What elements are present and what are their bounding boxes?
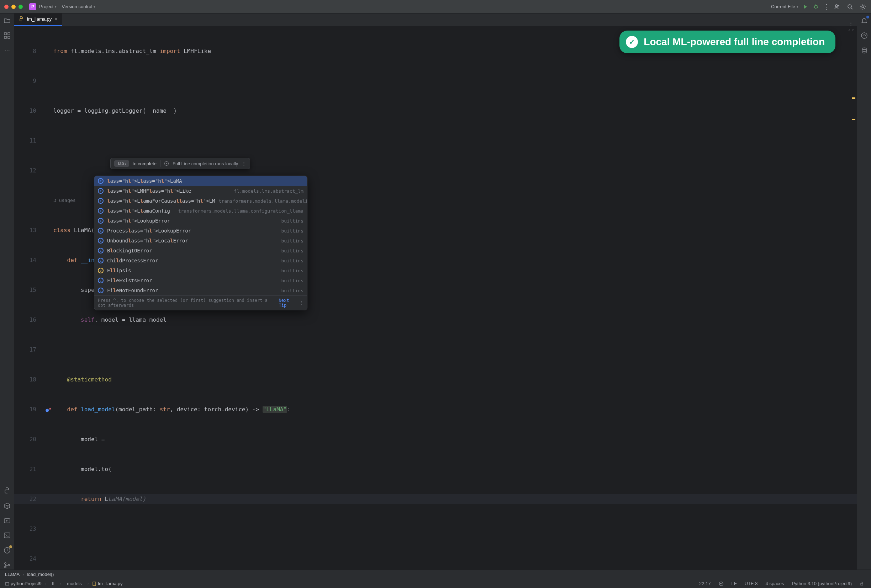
editor-area: lm_llama.py × ⋮ ✓ Local ML-powered full …: [14, 13, 857, 570]
status-path-2[interactable]: models: [65, 581, 84, 586]
zoom-window[interactable]: [18, 4, 23, 9]
python-console-icon[interactable]: [3, 487, 11, 495]
status-path-file[interactable]: lm_llama.py: [92, 581, 123, 586]
tab-overflow-icon[interactable]: ⋮: [845, 21, 857, 26]
readonly-lock-icon[interactable]: [858, 582, 866, 586]
status-project[interactable]: pythonProject9: [5, 581, 42, 586]
project-dropdown[interactable]: Project ▾: [39, 4, 57, 9]
code-editor[interactable]: ✓ Local ML-powered full line completion …: [14, 26, 857, 570]
python-packages-icon[interactable]: [3, 501, 11, 510]
class-kind-icon: c: [98, 258, 103, 263]
completion-item-origin: builtins: [281, 258, 304, 263]
ai-assistant-icon[interactable]: [860, 31, 868, 40]
project-tool-icon[interactable]: [3, 16, 11, 25]
svg-rect-7: [8, 36, 10, 39]
tab-key-cap: Tab ↓: [114, 160, 129, 167]
chevron-down-icon: ▾: [55, 5, 57, 9]
completion-item[interactable]: vEllipsisbuiltins: [94, 266, 307, 276]
run-config-label: Current File: [771, 4, 795, 9]
breadcrumb-class[interactable]: LLaMA: [5, 572, 19, 577]
problems-indicator: [9, 545, 12, 548]
override-gutter-icon[interactable]: [45, 406, 51, 413]
class-kind-icon: c: [98, 178, 103, 184]
warning-marker[interactable]: [852, 119, 855, 120]
inline-hint-more-icon[interactable]: ⋮: [242, 161, 246, 166]
svg-point-1: [835, 4, 838, 7]
completion-item[interactable]: class="hl">LlamaConfigtransformers.model…: [94, 206, 307, 216]
line-separator[interactable]: LF: [729, 581, 739, 586]
editor-tab[interactable]: lm_llama.py ×: [14, 13, 62, 26]
more-tools-icon[interactable]: ⋯: [3, 46, 11, 55]
completion-item[interactable]: cFileExistsErrorbuiltins: [94, 276, 307, 285]
svg-rect-4: [4, 33, 6, 35]
caret-position[interactable]: 22:17: [697, 581, 713, 586]
project-badge: P: [29, 3, 36, 10]
completion-item[interactable]: class="hl">LookupErrorbuiltins: [94, 216, 307, 226]
completion-menu-icon[interactable]: ⋮: [299, 300, 304, 305]
search-icon[interactable]: [846, 3, 854, 10]
status-bar: pythonProject9 › fl › models › lm_llama.…: [0, 579, 871, 588]
warning-marker[interactable]: [852, 97, 855, 99]
usages-hint[interactable]: 3 usages: [53, 196, 76, 206]
left-toolbar: ⋯: [0, 13, 14, 570]
code-with-me-icon[interactable]: [833, 3, 841, 10]
svg-rect-6: [4, 36, 6, 39]
problems-icon[interactable]: [3, 546, 11, 555]
svg-point-0: [814, 5, 817, 8]
completion-item[interactable]: cChildProcessErrorbuiltins: [94, 255, 307, 266]
database-icon[interactable]: [860, 46, 868, 55]
next-tip-link[interactable]: Next Tip: [279, 298, 296, 308]
more-actions-icon[interactable]: ⋮: [823, 3, 831, 10]
inline-hint-complete: to complete: [133, 161, 157, 166]
ai-status-icon[interactable]: [717, 581, 726, 586]
debug-button[interactable]: [812, 3, 820, 10]
python-interpreter[interactable]: Python 3.10 (pythonProject9): [790, 581, 854, 586]
class-kind-icon: c: [98, 288, 103, 293]
vcs-dropdown[interactable]: Version control ▾: [61, 4, 95, 9]
svg-point-11: [4, 563, 6, 564]
completion-item-origin: fl.models.lms.abstract_lm: [234, 188, 304, 194]
notifications-icon[interactable]: [860, 16, 868, 25]
svg-rect-9: [4, 533, 10, 538]
completion-item[interactable]: cFileNotFoundErrorbuiltins: [94, 285, 307, 295]
settings-icon[interactable]: [859, 3, 867, 10]
file-encoding[interactable]: UTF-8: [742, 581, 760, 586]
indent-setting[interactable]: 4 spaces: [763, 581, 786, 586]
svg-point-19: [862, 48, 867, 50]
svg-point-18: [166, 163, 167, 164]
completion-item-origin: builtins: [281, 268, 304, 273]
completion-item[interactable]: cUnboundlass="hl">LocalErrorbuiltins: [94, 236, 307, 246]
class-kind-icon: c: [98, 218, 103, 224]
close-window[interactable]: [4, 4, 9, 9]
variable-kind-icon: v: [98, 268, 103, 273]
completion-item-origin: builtins: [281, 278, 304, 284]
completion-item-name: lass="hl">LMHFlass="hl">Like: [107, 188, 191, 194]
completion-item[interactable]: class="hl">LMHFlass="hl">Likefl.models.l…: [94, 186, 307, 196]
chevron-down-icon: ▾: [797, 5, 798, 9]
run-button[interactable]: [801, 3, 809, 10]
completion-item[interactable]: cProcesslass="hl">LookupErrorbuiltins: [94, 226, 307, 236]
run-config-dropdown[interactable]: Current File ▾: [771, 4, 798, 9]
structure-tool-icon[interactable]: [3, 31, 11, 40]
completion-item[interactable]: cBlockingIOErrorbuiltins: [94, 246, 307, 255]
tab-filename: lm_llama.py: [27, 16, 52, 22]
svg-point-22: [719, 582, 723, 585]
vcs-tool-icon[interactable]: [3, 561, 11, 570]
completion-item[interactable]: class="hl">LlamaForCausallass="hl">LMtra…: [94, 196, 307, 206]
services-icon[interactable]: [3, 516, 11, 525]
svg-point-15: [46, 409, 49, 412]
minimize-window[interactable]: [11, 4, 16, 9]
completion-item-origin: transformers.models.llama.modeling_llama: [219, 198, 307, 204]
completion-item[interactable]: class="hl">Llass="hl">LaMA: [94, 176, 307, 186]
class-kind-icon: c: [98, 208, 103, 213]
completion-item-name: Ellipsis: [107, 268, 131, 273]
notification-dot: [867, 16, 869, 18]
status-path-1[interactable]: fl: [50, 581, 57, 586]
error-stripe[interactable]: [852, 26, 855, 570]
completion-item-origin: builtins: [281, 248, 304, 254]
close-tab-icon[interactable]: ×: [54, 16, 57, 22]
terminal-icon[interactable]: [3, 531, 11, 540]
inline-completion-hint: Tab ↓ to complete Full Line completion r…: [110, 158, 250, 169]
breadcrumb-method[interactable]: load_model(): [27, 572, 54, 577]
completion-item-name: FileExistsError: [107, 278, 152, 284]
